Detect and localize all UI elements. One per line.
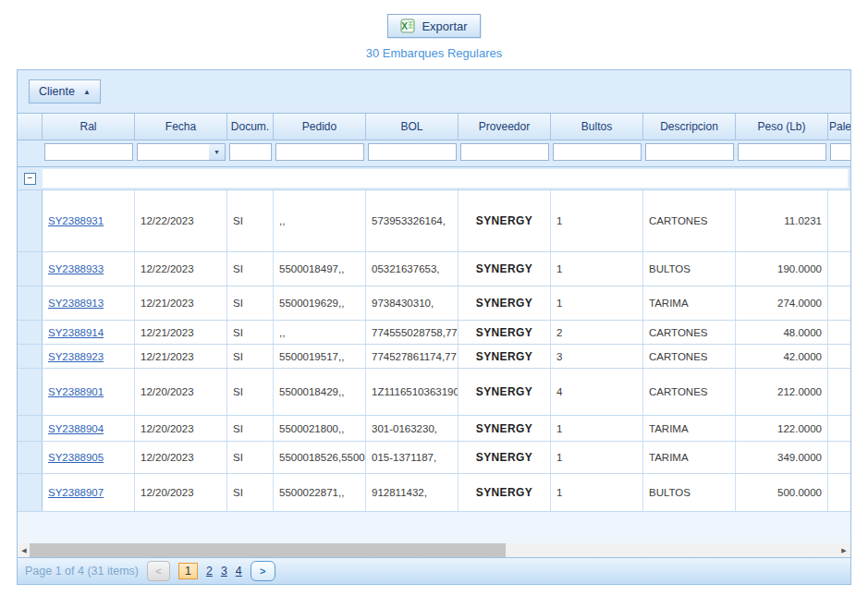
filter-input-ral[interactable] <box>44 143 133 161</box>
table-row[interactable]: SY238890512/20/2023SI5500018526,5500015-… <box>18 442 851 474</box>
column-header-pale[interactable]: Pale <box>828 114 851 140</box>
cell-pedido: 5500019629,, <box>274 286 366 320</box>
group-row[interactable]: − <box>18 167 851 190</box>
cell-descripcion: CARTONES <box>643 190 736 251</box>
filter-input-descripcion[interactable] <box>645 143 734 161</box>
cell-peso: 190.0000 <box>736 252 828 286</box>
ral-link[interactable]: SY2388907 <box>48 487 104 498</box>
filter-input-proveedor[interactable] <box>460 143 549 161</box>
table-row[interactable]: SY238890112/20/2023SI5500018429,,1Z11165… <box>18 369 851 416</box>
cell-bultos: 1 <box>551 190 643 251</box>
proveedor-logo: SYNERGY <box>464 420 545 436</box>
grid-caption: 30 Embarques Regulares <box>0 46 868 60</box>
column-header-pedido[interactable]: Pedido <box>274 114 366 140</box>
cell-ral: SY2388907 <box>43 474 135 511</box>
cell-proveedor: SYNERGY <box>458 190 551 251</box>
filter-input-fecha[interactable] <box>137 143 209 161</box>
header-row: RalFechaDocum.PedidoBOLProveedorBultosDe… <box>18 114 851 140</box>
page-link-4[interactable]: 4 <box>236 565 242 578</box>
group-panel: Cliente ▲ <box>18 70 850 114</box>
cell-descripcion: BULTOS <box>643 474 736 511</box>
cell-bultos: 1 <box>551 252 643 286</box>
export-button-label: Exportar <box>422 19 467 33</box>
column-header-docum[interactable]: Docum. <box>227 114 274 140</box>
scroll-right-icon[interactable]: ▶ <box>837 543 850 557</box>
table-row[interactable]: SY238891412/21/2023SI,,774555028758,77SY… <box>18 321 851 345</box>
table-row[interactable]: SY238893112/22/2023SI,,573953326164,SYNE… <box>18 190 851 252</box>
cell-fecha: 12/20/2023 <box>135 416 227 441</box>
cell-fecha: 12/21/2023 <box>135 321 227 344</box>
cell-descripcion: TARIMA <box>643 442 736 473</box>
column-header-bol[interactable]: BOL <box>366 114 458 140</box>
filter-input-docum[interactable] <box>229 143 272 161</box>
table-row[interactable]: SY238890712/20/2023SI5500022871,,9128114… <box>18 474 851 512</box>
next-page-button[interactable]: > <box>251 561 275 581</box>
cell-descripcion: TARIMA <box>643 286 736 320</box>
cell-pale <box>828 474 851 511</box>
filter-input-pale[interactable] <box>830 143 851 161</box>
ral-link[interactable]: SY2388901 <box>48 386 104 397</box>
column-header-bultos[interactable]: Bultos <box>551 114 643 140</box>
ral-link[interactable]: SY2388913 <box>48 298 104 309</box>
row-indent <box>18 416 43 441</box>
cell-peso: 500.0000 <box>736 474 828 511</box>
ral-link[interactable]: SY2388923 <box>48 351 104 362</box>
filter-cell-peso <box>736 140 828 166</box>
horizontal-scrollbar[interactable]: ◀ ▶ <box>18 543 850 557</box>
cell-bol: 015-1371187, <box>366 442 458 473</box>
column-header-proveedor[interactable]: Proveedor <box>458 114 551 140</box>
filter-row: ▼ <box>18 140 851 167</box>
export-button[interactable]: X Exportar <box>387 14 480 38</box>
sort-asc-icon: ▲ <box>83 88 91 96</box>
proveedor-logo: SYNERGY <box>464 195 545 247</box>
table-row[interactable]: SY238893312/22/2023SI5500018497,,0532163… <box>18 252 851 286</box>
cell-bultos: 1 <box>551 286 643 320</box>
prev-page-button[interactable]: < <box>147 561 170 581</box>
cell-ral: SY2388931 <box>43 190 135 251</box>
group-expander-cell: − <box>18 173 43 185</box>
cell-ral: SY2388904 <box>43 416 135 441</box>
page-link-2[interactable]: 2 <box>206 565 213 578</box>
ral-link[interactable]: SY2388931 <box>48 215 104 226</box>
cell-peso: 11.0231 <box>736 190 828 251</box>
scrollbar-thumb[interactable] <box>30 543 506 557</box>
filter-dropdown-icon[interactable]: ▼ <box>209 143 226 161</box>
column-header-ral[interactable]: Ral <box>43 114 135 140</box>
filter-input-bol[interactable] <box>368 143 457 161</box>
filter-input-bultos[interactable] <box>553 143 642 161</box>
column-header-descripcion[interactable]: Descripcion <box>643 114 736 140</box>
ral-link[interactable]: SY2388914 <box>48 327 104 338</box>
ral-link[interactable]: SY2388905 <box>48 452 104 463</box>
column-header-fecha[interactable]: Fecha <box>135 114 227 140</box>
cell-pedido: 5500018497,, <box>274 252 366 286</box>
cell-proveedor: SYNERGY <box>458 321 551 344</box>
cell-pale <box>828 369 851 415</box>
group-by-cliente-button[interactable]: Cliente ▲ <box>29 79 101 103</box>
table-row[interactable]: SY238892312/21/2023SI5500019517,,7745278… <box>18 345 851 369</box>
collapse-icon[interactable]: − <box>24 173 36 185</box>
cell-descripcion: CARTONES <box>643 369 736 415</box>
ral-link[interactable]: SY2388933 <box>48 263 104 274</box>
cell-pale <box>828 252 851 286</box>
cell-bol: 774555028758,77 <box>366 321 458 344</box>
scroll-left-icon[interactable]: ◀ <box>18 543 31 557</box>
filter-input-peso[interactable] <box>738 143 826 161</box>
column-header-peso[interactable]: Peso (Lb) <box>736 114 828 140</box>
filter-input-pedido[interactable] <box>275 143 364 161</box>
ral-link[interactable]: SY2388904 <box>48 423 104 434</box>
cell-docum: SI <box>227 474 274 511</box>
cell-pale <box>828 416 851 441</box>
cell-ral: SY2388905 <box>43 442 135 473</box>
row-indent <box>18 286 43 320</box>
embarques-link[interactable]: 30 Embarques Regulares <box>366 46 502 60</box>
table-row[interactable]: SY238891312/21/2023SI5500019629,,9738430… <box>18 286 851 321</box>
current-page-button[interactable]: 1 <box>178 563 198 579</box>
page-link-3[interactable]: 3 <box>221 565 227 578</box>
filter-cell-proveedor <box>458 140 551 166</box>
cell-pedido: 5500021800,, <box>274 416 366 441</box>
filter-cell-fecha: ▼ <box>135 140 227 166</box>
cell-bultos: 1 <box>551 442 643 473</box>
cell-descripcion: BULTOS <box>643 252 736 286</box>
cell-pedido: 5500018429,, <box>274 369 366 415</box>
table-row[interactable]: SY238890412/20/2023SI5500021800,,301-016… <box>18 416 851 442</box>
